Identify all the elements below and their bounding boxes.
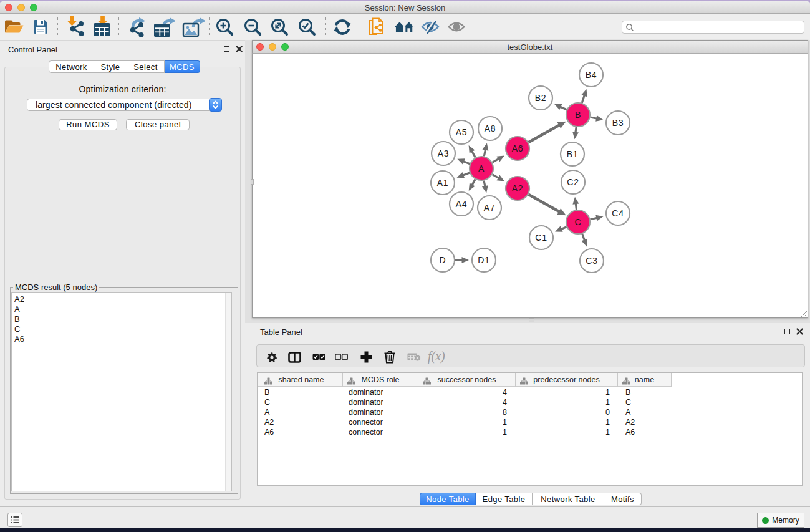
svg-text:A5: A5	[456, 127, 468, 137]
svg-text:B: B	[575, 110, 581, 120]
svg-text:A6: A6	[512, 143, 524, 153]
svg-text:C: C	[575, 217, 582, 227]
svg-text:B1: B1	[567, 149, 579, 159]
svg-text:B2: B2	[535, 93, 547, 103]
svg-text:C4: C4	[612, 208, 624, 218]
svg-text:A2: A2	[512, 183, 524, 193]
svg-text:A4: A4	[456, 199, 468, 209]
svg-text:C1: C1	[535, 233, 547, 243]
svg-text:A: A	[478, 163, 485, 173]
svg-text:B4: B4	[586, 70, 597, 80]
svg-text:A3: A3	[438, 148, 450, 158]
svg-text:A7: A7	[484, 203, 496, 213]
svg-text:C2: C2	[567, 177, 579, 187]
svg-text:C3: C3	[586, 256, 598, 266]
svg-text:B3: B3	[612, 118, 624, 128]
svg-text:A1: A1	[437, 178, 449, 188]
svg-text:A8: A8	[485, 123, 496, 133]
svg-text:D: D	[440, 255, 446, 265]
svg-text:D1: D1	[478, 255, 490, 265]
